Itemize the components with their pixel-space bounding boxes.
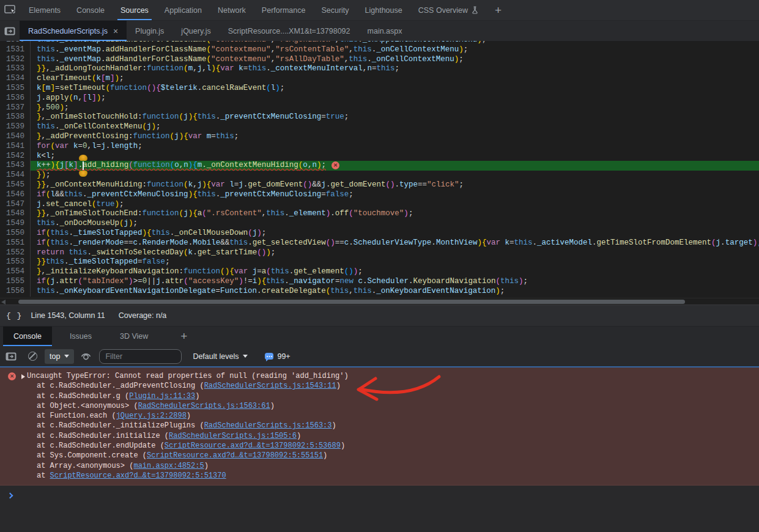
drawer-tab-3d-view[interactable]: 3D View bbox=[109, 327, 158, 346]
code-line[interactable]: 1551if(this._renderMode==c.RenderMode.Mo… bbox=[0, 238, 759, 248]
code-line[interactable]: 1530this._eventMap.addHandlerForClassNam… bbox=[0, 41, 759, 45]
tab-console[interactable]: Console bbox=[68, 0, 113, 20]
line-number[interactable]: 1551 bbox=[0, 238, 31, 248]
line-number[interactable]: 1550 bbox=[0, 229, 31, 238]
source-location-link[interactable]: RadSchedulerScripts.js:1543:11 bbox=[204, 382, 336, 390]
line-number[interactable]: 1539 bbox=[0, 122, 31, 132]
line-number[interactable]: 1547 bbox=[0, 200, 31, 210]
tab-elements[interactable]: Elements bbox=[21, 0, 68, 20]
line-number[interactable]: 1533 bbox=[0, 64, 31, 74]
file-tab-plugin-js[interactable]: Plugin.js bbox=[127, 21, 172, 41]
line-number[interactable]: 1541 bbox=[0, 142, 31, 152]
line-number[interactable]: 1549 bbox=[0, 219, 31, 229]
javascript-context-dropdown[interactable]: top bbox=[45, 349, 74, 364]
pretty-print-icon[interactable]: { } bbox=[6, 311, 22, 320]
show-navigator-icon[interactable] bbox=[0, 21, 20, 41]
code-line[interactable]: 1550if(this._timeSlotTapped){this._onCel… bbox=[0, 229, 759, 238]
tab-sources[interactable]: Sources bbox=[113, 0, 157, 20]
line-number[interactable]: 1546 bbox=[0, 190, 31, 200]
source-location-link[interactable]: main.aspx:4852:5 bbox=[133, 462, 204, 470]
line-number[interactable]: 1536 bbox=[0, 94, 31, 103]
code-line[interactable]: 1555if(j.attr("tabIndex")>=0||j.attr("ac… bbox=[0, 277, 759, 287]
code-line[interactable]: 1531this._eventMap.addHandlerForClassNam… bbox=[0, 45, 759, 55]
code-line[interactable]: 1546if(l&&this._preventCtxMenuClosing){t… bbox=[0, 190, 759, 200]
line-number[interactable]: 1530 bbox=[0, 41, 31, 45]
code-line[interactable]: 1556this._onKeyboardEventNavigationDeleg… bbox=[0, 287, 759, 297]
code-line[interactable]: 1548}},_onTimeSlotTouchEnd:function(j){a… bbox=[0, 209, 759, 219]
line-number[interactable]: 1531 bbox=[0, 45, 31, 55]
selection-handle[interactable] bbox=[79, 155, 87, 161]
tab-performance[interactable]: Performance bbox=[254, 0, 314, 20]
more-tabs-button[interactable]: + bbox=[486, 0, 510, 20]
more-drawer-tabs-button[interactable]: + bbox=[174, 327, 193, 346]
console-prompt[interactable] bbox=[0, 488, 759, 503]
line-number[interactable]: 1554 bbox=[0, 267, 31, 277]
source-editor[interactable]: 1530this._eventMap.addHandlerForClassNam… bbox=[0, 41, 759, 298]
default-levels-dropdown[interactable]: Default levels bbox=[193, 352, 248, 361]
code-line[interactable]: 1539this._onCellContextMenu(j); bbox=[0, 122, 759, 132]
drawer-tab-console[interactable]: Console bbox=[3, 327, 52, 346]
file-tab-jquery-js[interactable]: jQuery.js bbox=[172, 21, 219, 41]
file-tab-main-aspx[interactable]: main.aspx bbox=[359, 21, 411, 41]
source-location-link[interactable]: jQuery.js:2:2898 bbox=[116, 412, 187, 420]
source-location-link[interactable]: RadSchedulerScripts.js:1563:3 bbox=[204, 421, 332, 430]
code-line[interactable]: 1533}},_addLongTouchHandler:function(m,j… bbox=[0, 64, 759, 74]
code-line[interactable]: 1543k++){j[k].add_hiding(function(o,n){m… bbox=[0, 161, 759, 171]
line-number[interactable]: 1542 bbox=[0, 152, 31, 161]
code-line[interactable]: 1552return this._switchToSelectedDay(k.g… bbox=[0, 248, 759, 258]
clear-console-icon[interactable] bbox=[28, 352, 37, 361]
code-line[interactable]: 1549this._onDocMouseUp(j); bbox=[0, 219, 759, 229]
line-number[interactable]: 1553 bbox=[0, 257, 31, 267]
show-console-sidebar-icon[interactable] bbox=[0, 352, 22, 361]
tab-network[interactable]: Network bbox=[210, 0, 254, 20]
code-line[interactable]: 1547j.set_cancel(true); bbox=[0, 200, 759, 210]
line-number[interactable]: 1538 bbox=[0, 113, 31, 122]
source-location-link[interactable]: Plugin.js:11:33 bbox=[129, 392, 195, 401]
tab-security[interactable]: Security bbox=[313, 0, 357, 20]
code-line[interactable]: 1554},_initializeKeyboardNavigation:func… bbox=[0, 267, 759, 277]
code-line[interactable]: 1536j.apply(n,[l]); bbox=[0, 94, 759, 103]
tab-application[interactable]: Application bbox=[157, 0, 210, 20]
live-expression-eye-icon[interactable] bbox=[80, 352, 92, 361]
line-number[interactable]: 1532 bbox=[0, 55, 31, 65]
code-line[interactable]: 1532this._eventMap.addHandlerForClassNam… bbox=[0, 55, 759, 65]
code-line[interactable]: 1535k[m]=setTimeout(function(){$telerik.… bbox=[0, 84, 759, 94]
error-icon[interactable]: ✕ bbox=[331, 161, 339, 169]
code-line[interactable]: 1537},500); bbox=[0, 103, 759, 113]
expand-triangle-icon[interactable] bbox=[21, 374, 25, 379]
source-location-link[interactable]: ScriptResource.axd?d…&t=13798092:5:53689 bbox=[165, 441, 341, 450]
tab-css-overview[interactable]: CSS Overview bbox=[410, 0, 486, 20]
code-line[interactable]: 1544}); bbox=[0, 171, 759, 180]
line-number[interactable]: 1540 bbox=[0, 132, 31, 142]
line-number[interactable]: 1543 bbox=[0, 161, 31, 171]
file-tab-scriptresource-xm1-t-13798092[interactable]: ScriptResource....XM1&t=13798092 bbox=[220, 21, 359, 41]
line-number[interactable]: 1552 bbox=[0, 248, 31, 258]
line-number[interactable]: 1555 bbox=[0, 277, 31, 287]
tab-lighthouse[interactable]: Lighthouse bbox=[357, 0, 410, 20]
source-location-link[interactable]: ScriptResource.axd?d…&t=13798092:5:55151 bbox=[147, 451, 323, 460]
inspect-element-icon[interactable] bbox=[0, 0, 21, 20]
line-number[interactable]: 1537 bbox=[0, 103, 31, 113]
close-icon[interactable]: × bbox=[113, 27, 118, 35]
code-line[interactable]: 1542k<l; bbox=[0, 152, 759, 161]
source-location-link[interactable]: RadSchedulerScripts.js:1505:6 bbox=[169, 432, 297, 440]
source-location-link[interactable]: ScriptResource.axd?d…&t=13798092:5:51370 bbox=[50, 471, 226, 480]
line-number[interactable]: 1534 bbox=[0, 74, 31, 84]
code-line[interactable]: 1545}},_onContextMenuHiding:function(k,j… bbox=[0, 180, 759, 190]
line-number[interactable]: 1548 bbox=[0, 209, 31, 219]
line-number[interactable]: 1544 bbox=[0, 171, 31, 180]
line-number[interactable]: 1545 bbox=[0, 180, 31, 190]
scrollbar-thumb[interactable] bbox=[18, 300, 685, 305]
drawer-tab-issues[interactable]: Issues bbox=[59, 327, 102, 346]
code-line[interactable]: 1540},_addPreventClosing:function(j){var… bbox=[0, 132, 759, 142]
code-line[interactable]: 1534clearTimeout(k[m]); bbox=[0, 74, 759, 84]
source-location-link[interactable]: RadSchedulerScripts.js:1563:61 bbox=[138, 402, 270, 410]
line-number[interactable]: 1535 bbox=[0, 84, 31, 94]
code-line[interactable]: 1553}}this._timeSlotTapped=false; bbox=[0, 257, 759, 267]
code-line[interactable]: 1541for(var k=0,l=j.length; bbox=[0, 142, 759, 152]
scrollbar-left-arrow-icon[interactable] bbox=[1, 300, 6, 305]
line-number[interactable]: 1556 bbox=[0, 287, 31, 297]
file-tab-radschedulerscripts-js[interactable]: RadSchedulerScripts.js× bbox=[20, 21, 127, 41]
editor-horizontal-scrollbar[interactable] bbox=[0, 298, 759, 305]
code-line[interactable]: 1538},_onTimeSlotTouchHold:function(j){t… bbox=[0, 113, 759, 122]
